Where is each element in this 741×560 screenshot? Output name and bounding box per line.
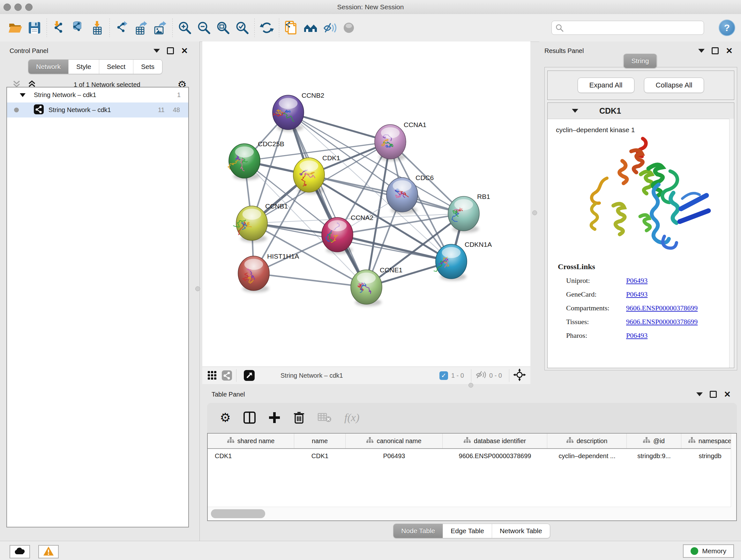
import-table-icon[interactable] — [88, 18, 107, 37]
search-input[interactable] — [551, 21, 704, 35]
collection-expand-icon[interactable] — [20, 93, 25, 97]
scrollbar-thumb[interactable] — [211, 509, 265, 518]
gene-section-header[interactable]: CDK1 — [548, 103, 734, 119]
table-horizontal-scrollbar[interactable] — [208, 507, 731, 520]
zoom-fit-icon[interactable] — [213, 18, 232, 37]
string-home-icon[interactable] — [301, 18, 320, 37]
birds-eye-view-icon[interactable] — [244, 370, 255, 381]
crosslink-link[interactable]: 9606.ENSP00000378699 — [626, 318, 697, 326]
tab-node-table[interactable]: Node Table — [394, 524, 443, 538]
column-header-database-identifier[interactable]: database identifier — [443, 434, 547, 448]
selected-items-checkbox[interactable]: ✓ — [440, 371, 448, 380]
crosslink-link[interactable]: P06493 — [626, 276, 648, 285]
node-CCNB2[interactable] — [273, 95, 304, 132]
tab-edge-table[interactable]: Edge Table — [443, 524, 492, 538]
export-table-icon[interactable] — [131, 18, 151, 37]
help-button[interactable]: ? — [719, 19, 735, 36]
warnings-button[interactable] — [38, 545, 59, 558]
bottom-splitter-handle[interactable] — [468, 383, 473, 388]
add-column-icon[interactable] — [268, 412, 280, 424]
cell-name[interactable]: CDK1 — [294, 452, 346, 460]
panel-close-icon[interactable]: ✕ — [181, 47, 188, 55]
column-header-@id[interactable]: @id — [627, 434, 681, 448]
tab-network-table[interactable]: Network Table — [492, 524, 550, 538]
zoom-out-icon[interactable] — [194, 18, 213, 37]
panel-float-icon[interactable] — [167, 47, 174, 54]
export-network-icon[interactable] — [112, 18, 131, 37]
column-header-namespace[interactable]: namespace — [681, 434, 737, 448]
panel-menu-icon[interactable] — [153, 49, 160, 53]
show-columns-icon[interactable] — [244, 411, 256, 424]
grid-view-icon[interactable] — [207, 371, 217, 380]
section-collapse-icon[interactable] — [572, 109, 578, 113]
table-row[interactable]: CDK1CDK1P064939606.ENSP00000378699cyclin… — [208, 449, 736, 463]
node-CDC6[interactable] — [387, 178, 418, 214]
cell-shared-name[interactable]: CDK1 — [208, 452, 294, 460]
table-settings-gear-icon[interactable]: ⚙ — [220, 411, 231, 425]
zoom-in-icon[interactable] — [175, 18, 194, 37]
cell-database-identifier[interactable]: 9606.ENSP00000378699 — [443, 452, 547, 460]
export-image-icon[interactable] — [151, 18, 170, 37]
node-HIST1H1A[interactable] — [238, 256, 269, 293]
cell-canonical-name[interactable]: P06493 — [346, 452, 443, 460]
panel-menu-icon[interactable] — [698, 49, 704, 53]
column-header-shared-name[interactable]: shared name — [208, 434, 294, 448]
tab-style[interactable]: Style — [69, 60, 99, 74]
node-CDC25B[interactable] — [228, 144, 260, 180]
network-canvas[interactable]: CCNB2CCNA1CDC25BCDK1CDC6RB1CCNB1CCNA2CDK… — [202, 42, 530, 367]
panel-float-icon[interactable] — [710, 391, 717, 398]
import-database-icon[interactable] — [69, 18, 88, 37]
right-splitter-handle[interactable] — [532, 210, 537, 215]
open-file-icon[interactable] — [6, 18, 25, 37]
selected-count: 1 - 0 — [451, 372, 464, 379]
column-header-description[interactable]: description — [547, 434, 627, 448]
column-header-canonical-name[interactable]: canonical name — [346, 434, 443, 448]
tab-network[interactable]: Network — [28, 60, 69, 74]
show-graphics-icon[interactable] — [320, 18, 339, 37]
import-network-icon[interactable] — [50, 18, 69, 37]
clone-network-icon[interactable] — [282, 18, 301, 37]
node-CDK1[interactable] — [293, 158, 325, 194]
table-vertical-scrollbar[interactable] — [731, 434, 736, 520]
panel-close-icon[interactable]: ✕ — [726, 47, 733, 55]
edge-HIST1H1A-CCNE1[interactable] — [254, 273, 366, 287]
column-header-name[interactable]: name — [294, 434, 346, 448]
collapse-all-button[interactable]: Collapse All — [644, 78, 704, 93]
node-CCNE1[interactable] — [351, 270, 382, 306]
expand-all-button[interactable]: Expand All — [578, 78, 634, 93]
refresh-layout-icon[interactable] — [257, 18, 276, 37]
network-collection-row[interactable]: String Network – cdk1 1 — [7, 87, 188, 103]
edge-CCNB2-CCNE1[interactable] — [288, 112, 366, 287]
network-view-icon[interactable] — [221, 370, 232, 381]
node-CCNA2[interactable] — [322, 217, 353, 254]
node-CCNB1[interactable] — [233, 206, 267, 242]
tab-select[interactable]: Select — [99, 60, 133, 74]
hidden-items-icon — [475, 370, 486, 381]
cloud-status-button[interactable] — [10, 545, 30, 558]
cell-@id[interactable]: stringdb:9... — [627, 452, 681, 460]
delete-column-icon[interactable] — [293, 411, 305, 424]
cell-namespace[interactable]: stringdb — [681, 452, 737, 460]
gene-section: CDK1 cyclin–dependent kinase 1 — [547, 103, 734, 368]
network-row[interactable]: String Network – cdk1 11 48 — [7, 103, 188, 118]
zoom-selected-icon[interactable] — [232, 18, 252, 37]
table-toolbar: ⚙ f(x) — [207, 403, 737, 432]
panel-menu-icon[interactable] — [696, 392, 703, 396]
crosslink-link[interactable]: 9606.ENSP00000378699 — [626, 304, 697, 312]
save-session-icon[interactable] — [25, 18, 44, 37]
tab-sets[interactable]: Sets — [133, 60, 162, 74]
control-panel-title: Control Panel — [10, 47, 48, 55]
crosslink-link[interactable]: P06493 — [626, 331, 648, 340]
node-label-CDC6: CDC6 — [415, 174, 434, 181]
panel-float-icon[interactable] — [712, 47, 719, 54]
fit-selected-crosshair-icon[interactable] — [513, 368, 526, 383]
results-scrollbar[interactable] — [729, 119, 734, 368]
crosslink-link[interactable]: P06493 — [626, 290, 648, 299]
node-RB1[interactable] — [448, 196, 479, 233]
tab-string[interactable]: String — [624, 54, 657, 68]
panel-close-icon[interactable]: ✕ — [724, 390, 731, 398]
memory-button[interactable]: Memory — [683, 544, 734, 558]
cell-description[interactable]: cyclin–dependent ... — [547, 452, 627, 460]
left-splitter-handle[interactable] — [195, 287, 200, 291]
node-CCNA1[interactable] — [375, 125, 406, 161]
